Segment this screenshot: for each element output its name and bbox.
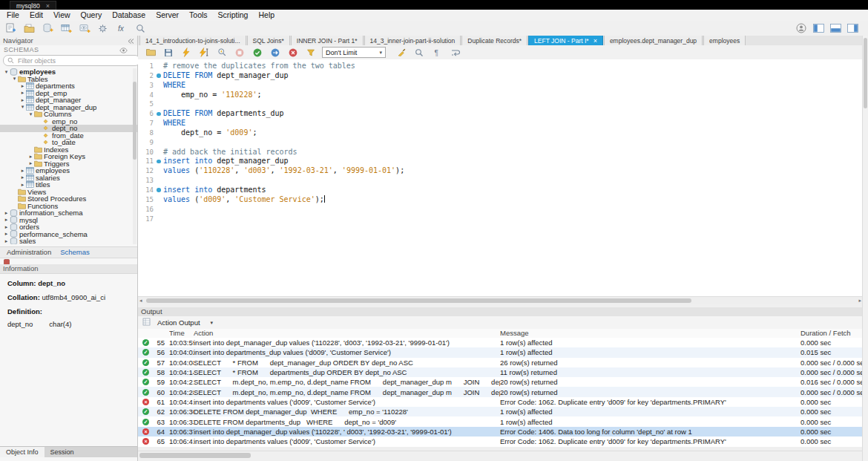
output-row[interactable]: ✓5910:04:21SELECT m.dept_no, m.emp_no, d… [138, 377, 863, 387]
code-line[interactable]: 2DELETE FROM dept_manager_dup [138, 71, 863, 81]
expand-arrow-icon[interactable]: ▸ [19, 182, 26, 188]
expand-arrow-icon[interactable]: ▾ [27, 111, 34, 117]
tree-scrollbar[interactable] [133, 68, 137, 244]
vertical-scrollbar[interactable] [862, 36, 868, 461]
beautify-icon[interactable] [395, 46, 408, 59]
code-line[interactable]: 11insert into dept_manager_dup [138, 157, 863, 166]
tree-item-departments[interactable]: ▸departments [0, 82, 137, 90]
menu-file[interactable]: File [1, 10, 24, 21]
menu-help[interactable]: Help [253, 10, 280, 21]
tree-item-to-date[interactable]: to_date [0, 139, 137, 146]
menu-scripting[interactable]: Scripting [213, 10, 254, 21]
column-header-message[interactable]: Message [500, 329, 800, 338]
tree-item-employees[interactable]: ▸employees [0, 167, 137, 174]
code-line[interactable]: 1# remove the duplicates from the two ta… [138, 62, 863, 71]
open-script-icon[interactable] [144, 46, 157, 59]
toggle-output-area-button[interactable] [829, 22, 842, 35]
code-line[interactable]: 16 [138, 205, 863, 215]
code-line[interactable]: 13 [138, 176, 863, 186]
commit-icon[interactable] [269, 46, 282, 59]
tree-item-sales[interactable]: ▸sales [0, 238, 137, 244]
menu-query[interactable]: Query [76, 10, 108, 21]
toggle-secondary-sidebar-button[interactable] [846, 22, 859, 35]
editor-tab-14-3-inner-join-part-ii-solution[interactable]: 14_3_inner-join-part-ii-solution [364, 36, 461, 45]
toggle-stop-on-error-icon[interactable] [251, 46, 264, 59]
editor-tab-left-join-part-i[interactable]: LEFT JOIN - Part I*× [528, 36, 603, 45]
menu-edit[interactable]: Edit [24, 10, 48, 21]
expand-arrow-icon[interactable]: ▾ [19, 104, 26, 110]
show-invisibles-icon[interactable]: ¶ [430, 46, 444, 59]
output-row[interactable]: ✓5610:04:02insert into departments_dup v… [138, 347, 863, 357]
rollback-icon[interactable] [286, 46, 300, 59]
output-row[interactable]: ×6410:06:37insert into dept_manager_dup … [138, 427, 863, 437]
expand-arrow-icon[interactable]: ▸ [3, 224, 10, 230]
create-table-icon[interactable] [59, 22, 73, 35]
limit-rows-icon[interactable] [304, 46, 318, 59]
expand-arrow-icon[interactable]: ▸ [19, 168, 26, 174]
expand-arrow-icon[interactable]: ▸ [3, 231, 10, 237]
panel-tab-schemas[interactable]: Schemas [56, 247, 93, 258]
expand-arrow-icon[interactable]: ▸ [19, 90, 26, 96]
code-line[interactable]: 17 [138, 215, 863, 224]
wrap-text-icon[interactable] [448, 46, 461, 59]
window-tab-close-icon[interactable]: × [46, 2, 50, 10]
toggle-sidebar-button[interactable] [812, 22, 825, 35]
open-sql-script-icon[interactable] [22, 22, 36, 35]
expand-arrow-icon[interactable]: ▸ [3, 238, 10, 244]
code-line[interactable]: 6DELETE FROM departments_dup [138, 109, 863, 119]
save-script-icon[interactable] [162, 46, 175, 59]
code-line[interactable]: 3WHERE [138, 81, 863, 91]
editor-tab-14-1-introduction-to-joins-soluti[interactable]: 14_1_introduction-to-joins-soluti... [139, 36, 246, 45]
footer-tab-session[interactable]: Session [45, 447, 80, 457]
stop-icon[interactable] [233, 46, 246, 59]
expand-arrow-icon[interactable]: ▸ [19, 174, 26, 180]
create-view-icon[interactable] [78, 22, 91, 35]
output-row[interactable]: ✓6210:06:30DELETE FROM dept_manager_dup … [138, 407, 863, 416]
account-icon[interactable] [795, 22, 808, 35]
new-sql-tab-icon[interactable] [4, 22, 17, 35]
explain-icon[interactable] [215, 46, 228, 59]
editor-hscrollbar-thumb[interactable] [146, 298, 691, 303]
create-procedure-icon[interactable] [96, 22, 110, 35]
expand-arrow-icon[interactable]: ▸ [27, 160, 34, 166]
code-line[interactable]: 15values ('d009', 'Customer Service'); [138, 195, 863, 205]
column-header-time[interactable]: Time [169, 329, 194, 338]
tree-item-titles[interactable]: ▸titles [0, 181, 137, 189]
column-header-action[interactable]: Action [194, 329, 500, 338]
create-function-icon[interactable]: fx [115, 22, 128, 35]
output-hscrollbar[interactable] [138, 451, 863, 460]
expand-arrow-icon[interactable]: ▸ [19, 97, 26, 103]
expand-arrow-icon[interactable]: ▸ [19, 83, 26, 89]
code-line[interactable]: 8 dept_no = 'd009'; [138, 128, 863, 138]
editor-tab-employees[interactable]: employees [703, 36, 746, 45]
output-row[interactable]: ×6510:06:41insert into departments value… [138, 437, 863, 446]
code-line[interactable]: 10# add back the initial records [138, 148, 863, 157]
code-line[interactable]: 12values ('110228', 'd003', '1992-03-21'… [138, 166, 863, 176]
tab-close-icon[interactable]: × [594, 37, 597, 45]
expand-arrow-icon[interactable]: ▸ [3, 217, 10, 223]
tree-item-salaries[interactable]: ▸salaries [0, 174, 137, 182]
output-row[interactable]: ✓5510:03:59insert into dept_manager_dup … [138, 338, 863, 347]
create-schema-icon[interactable] [41, 22, 54, 35]
search-objects-icon[interactable] [134, 22, 147, 35]
code-line[interactable]: 4 emp_no = '110228'; [138, 91, 863, 100]
expand-arrow-icon[interactable]: ▸ [27, 154, 34, 160]
menu-database[interactable]: Database [107, 10, 151, 21]
editor-tab-sql-joins[interactable]: SQL Joins* [247, 36, 290, 45]
expand-arrow-icon[interactable]: ▸ [3, 210, 10, 216]
expand-arrow-icon[interactable]: ▾ [11, 76, 18, 82]
vertical-scrollbar-thumb[interactable] [864, 38, 867, 108]
tree-item-stored-procedures[interactable]: Stored Procedures [0, 195, 137, 203]
menu-tools[interactable]: Tools [184, 10, 213, 21]
code-line[interactable]: 14insert into departments [138, 186, 863, 195]
output-row[interactable]: ✓6310:06:33DELETE FROM departments_dup W… [138, 416, 863, 426]
code-line[interactable]: 5 [138, 99, 863, 109]
column-header-duration-fetch[interactable]: Duration / Fetch [800, 329, 863, 338]
editor-tab-inner-join-part-1[interactable]: INNER JOIN - Part 1* [291, 36, 364, 45]
execute-current-statement-icon[interactable] [197, 46, 211, 59]
find-icon[interactable] [412, 46, 426, 59]
editor-hscrollbar[interactable]: ◂ ▸ [138, 296, 863, 304]
editor-tab-duplicate-records[interactable]: Duplicate Records* [461, 36, 527, 45]
editor-tab-employees-dept-manager-dup[interactable]: employees.dept_manager_dup [604, 36, 703, 45]
scroll-right-arrow-icon[interactable]: ▸ [858, 297, 861, 304]
